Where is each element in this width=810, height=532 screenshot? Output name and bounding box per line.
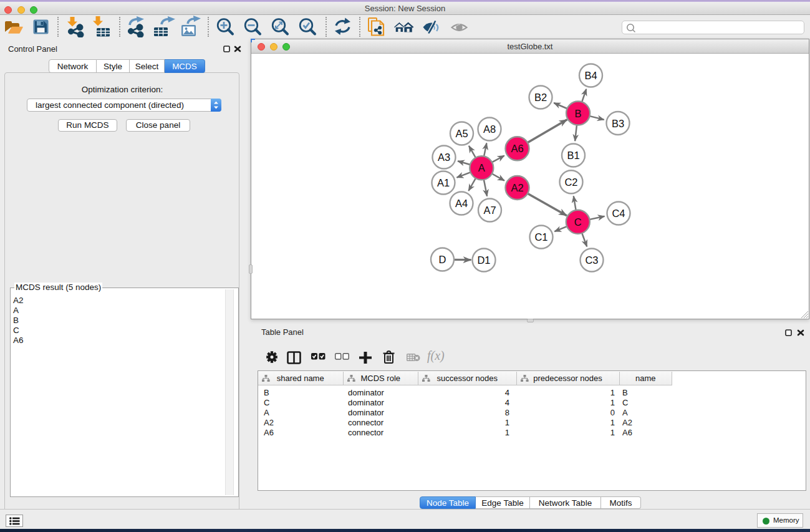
svg-text:C: C	[574, 216, 582, 228]
svg-text:B: B	[575, 108, 582, 119]
svg-text:A8: A8	[483, 123, 496, 135]
svg-text:A4: A4	[455, 198, 468, 209]
svg-text:A3: A3	[438, 152, 450, 163]
svg-text:D1: D1	[477, 254, 490, 266]
svg-text:A6: A6	[511, 143, 523, 154]
svg-text:B4: B4	[584, 70, 597, 81]
svg-text:C2: C2	[564, 177, 577, 188]
svg-text:A7: A7	[483, 205, 496, 216]
svg-text:B1: B1	[567, 150, 579, 161]
svg-text:A2: A2	[511, 182, 523, 193]
svg-text:C1: C1	[534, 231, 547, 243]
svg-text:B2: B2	[534, 92, 547, 103]
svg-text:C3: C3	[585, 254, 598, 266]
svg-text:B3: B3	[612, 118, 624, 129]
svg-text:C4: C4	[612, 208, 625, 219]
svg-text:A5: A5	[455, 128, 468, 139]
svg-text:D: D	[439, 254, 446, 265]
svg-text:A: A	[478, 162, 485, 173]
svg-text:A1: A1	[437, 177, 450, 188]
